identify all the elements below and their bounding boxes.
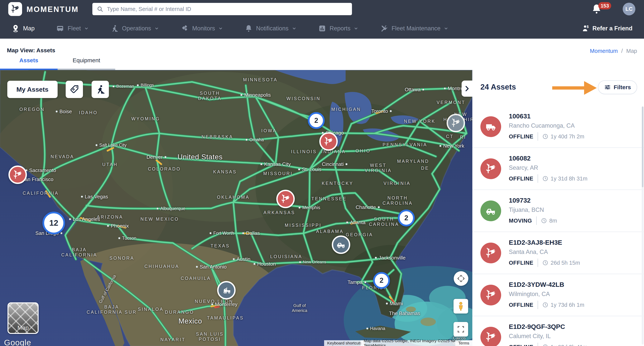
asset-marker-bird[interactable] [276, 190, 295, 208]
status-divider [538, 132, 538, 141]
asset-location: Santa Ana, CA [509, 249, 637, 255]
asset-marker-pickup[interactable] [332, 236, 350, 254]
asset-location: Rancho Cucamonga, CA [509, 122, 637, 129]
momentum-logo[interactable] [8, 2, 22, 16]
asset-id: E1D2-3AJ8-EH3E [509, 239, 637, 246]
bird-icon [485, 331, 497, 343]
nav-item-label: Reports [330, 25, 350, 32]
asset-marker-bird[interactable] [319, 132, 338, 151]
bird-icon [323, 136, 334, 147]
panel-scrollbar[interactable] [642, 106, 644, 344]
worker-icon [95, 84, 106, 95]
keyboard-shortcuts-link[interactable]: Keyboard shortcuts [324, 340, 365, 346]
chevron-down-icon [292, 26, 297, 31]
bird-icon [485, 247, 497, 259]
asset-status-row: OFFLINE1y 31d 8h 31m [509, 174, 637, 183]
collapse-panel-button[interactable] [462, 81, 472, 97]
nav-item-label: Monitors [192, 25, 215, 32]
pickup-icon [336, 240, 346, 250]
asset-duration-text: 1y 40d 7h 2m [551, 133, 584, 140]
notification-count-badge[interactable]: 153 [598, 2, 611, 10]
bird-icon [451, 118, 461, 128]
search-input[interactable] [92, 3, 352, 15]
nav-item-label: Fleet [68, 25, 81, 32]
fullscreen-button[interactable] [454, 322, 468, 336]
nav-item-label: Map [23, 25, 34, 32]
breadcrumb-root[interactable]: Momentum [590, 48, 618, 54]
asset-status: OFFLINE [509, 176, 534, 182]
search-icon [96, 6, 104, 13]
asset-list-item[interactable]: 100631Rancho Cucamonga, CAOFFLINE1y 40d … [472, 106, 644, 148]
chevron-down-icon [218, 26, 223, 31]
refer-a-friend-button[interactable]: $ Refer a Friend [582, 25, 632, 33]
asset-list-item[interactable]: E1D2-3AJ8-EH3ESanta Ana, CAOFFLINE26d 5h… [472, 232, 644, 274]
refer-friend-label: Refer a Friend [592, 25, 632, 32]
terms-link[interactable]: Terms [455, 340, 472, 346]
map-canvas[interactable]: United StatesMexicoOREGONIDAHOWYOMINGSOU… [0, 70, 472, 346]
truck-icon [485, 121, 497, 133]
clock-icon [542, 344, 548, 346]
asset-duration-text: 1y 73d 6h 1m [551, 302, 584, 308]
asset-status-row: MOVING8m [509, 217, 637, 225]
asset-list-item[interactable]: 109732Tijuana, BCNMOVING8m [472, 190, 644, 232]
asset-marker-bird[interactable] [446, 114, 465, 132]
asset-list-item[interactable]: E1D2-9QGF-3QPCCalumet City, ILOFFLINE1y … [472, 316, 644, 346]
asset-status-row: OFFLINE1y 93d 2h 41m [509, 343, 637, 346]
chart-icon [318, 25, 326, 33]
tags-filter-button[interactable] [66, 81, 83, 98]
map-type-toggle[interactable]: Map [8, 302, 38, 334]
nav-item-map[interactable]: Map [12, 25, 34, 33]
asset-duration-text: 26d 5h 15m [551, 260, 580, 266]
status-divider [538, 259, 538, 267]
asset-marker-bird[interactable] [8, 165, 27, 184]
nav-item-label: Fleet Maintenance [392, 25, 440, 32]
pan-control-button[interactable] [454, 271, 468, 286]
street-view-pegman-button[interactable] [454, 299, 468, 313]
filters-button[interactable]: Filters [598, 80, 637, 94]
pin-icon [12, 25, 20, 33]
asset-list-item[interactable]: E1D2-3YDW-42LBWilmington, CAOFFLINE1y 73… [472, 274, 644, 316]
bird-icon [485, 163, 497, 175]
tab-strip: AssetsEquipment [0, 57, 115, 70]
main-nav: MapFleetOperationsMonitorsNotificationsR… [0, 18, 644, 39]
asset-marker-semi[interactable] [217, 281, 236, 299]
bird-icon [280, 194, 291, 204]
asset-list-item[interactable]: 106082Searcy, AROFFLINE1y 31d 8h 31m [472, 148, 644, 190]
asset-duration: 1y 31d 8h 31m [542, 176, 588, 182]
page-title: Map View: Assets [7, 47, 55, 54]
nav-item-monitors[interactable]: Monitors [181, 25, 223, 33]
worker-icon [110, 25, 118, 33]
clock-icon [541, 218, 547, 224]
nav-item-label: Operations [122, 25, 151, 32]
asset-cluster-marker[interactable]: 2 [373, 272, 390, 289]
my-assets-button[interactable]: My Assets [7, 81, 58, 98]
user-avatar[interactable]: LC [623, 3, 635, 15]
filters-sliders-icon [604, 84, 611, 91]
clock-icon [542, 260, 548, 266]
status-divider [538, 174, 538, 183]
asset-status: OFFLINE [509, 344, 534, 346]
asset-avatar [480, 327, 501, 346]
asset-status-row: OFFLINE26d 5h 15m [509, 259, 637, 267]
refer-friend-icon: $ [582, 25, 590, 33]
nav-item-fleet[interactable]: Fleet [56, 25, 89, 33]
nav-item-label: Notifications [256, 25, 288, 32]
operations-layer-button[interactable] [92, 81, 109, 98]
asset-id: E1D2-3YDW-42LB [509, 281, 637, 288]
tab-equipment[interactable]: Equipment [58, 57, 115, 70]
svg-text:$: $ [586, 25, 588, 29]
nav-item-fleet-maintenance[interactable]: Fleet Maintenance [380, 25, 448, 33]
nav-item-notifications[interactable]: Notifications [244, 25, 297, 33]
asset-cluster-marker[interactable]: 12 [42, 212, 65, 234]
tools-icon [380, 25, 388, 33]
asset-id: 106082 [509, 154, 637, 162]
tab-assets[interactable]: Assets [0, 57, 58, 70]
asset-id: 100631 [509, 112, 637, 120]
asset-location: Wilmington, CA [509, 291, 637, 298]
asset-status: MOVING [509, 218, 532, 224]
assets-panel-header: 24 Assets Filters [480, 78, 637, 101]
asset-cluster-marker[interactable]: 2 [398, 210, 415, 226]
asset-cluster-marker[interactable]: 2 [308, 112, 325, 129]
nav-item-operations[interactable]: Operations [110, 25, 159, 33]
nav-item-reports[interactable]: Reports [318, 25, 359, 33]
